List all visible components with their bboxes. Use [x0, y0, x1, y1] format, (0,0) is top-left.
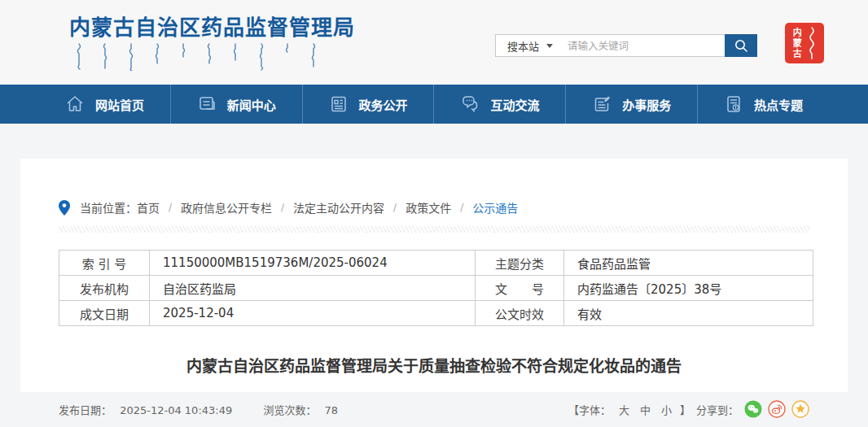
- share-star-icon[interactable]: [791, 400, 809, 418]
- publish-date: 2025-12-04 10:43:49: [120, 404, 232, 416]
- doc-info-label: 发布机构: [59, 276, 150, 301]
- doc-info-label: 公文时效: [476, 301, 564, 326]
- doc-info-label: 索 引 号: [59, 251, 150, 276]
- hatched-divider: [59, 226, 809, 233]
- table-row: 发布机构 自治区药监局 文 号 内药监通告〔2025〕38号: [59, 276, 813, 301]
- nav-label: 网站首页: [95, 96, 144, 113]
- breadcrumb-link-home[interactable]: 首页: [137, 199, 160, 216]
- doc-info-value: 食品药品监管: [564, 251, 813, 276]
- service-icon: [592, 94, 612, 114]
- hot-topic-icon: [724, 94, 743, 114]
- share-label: 分享到：: [696, 402, 739, 417]
- breadcrumb: 当前位置： 首页 / 政府信息公开专栏 / 法定主动公开内容 / 政策文件 / …: [59, 159, 809, 216]
- site-title: 内蒙古自治区药品监督管理局: [69, 11, 355, 41]
- doc-info-value: 内药监通告〔2025〕38号: [564, 276, 813, 301]
- site-logo[interactable]: 内蒙古自治区药品监督管理局: [69, 11, 355, 71]
- doc-info-label: 成文日期: [59, 301, 150, 326]
- doc-info-label: 文 号: [476, 276, 564, 301]
- seal-script: [806, 26, 818, 60]
- search-button[interactable]: [725, 34, 757, 57]
- news-icon: [197, 94, 217, 114]
- nav-item-gov-open[interactable]: 政务公开: [303, 85, 435, 124]
- views-count: 78: [325, 404, 339, 416]
- main-nav: 网站首页 新闻中心 政务公开 互动交流 办事服务: [0, 85, 868, 124]
- site-header: 内蒙古自治区药品监督管理局 搜本站: [0, 0, 868, 85]
- nav-item-services[interactable]: 办事服务: [566, 85, 698, 124]
- doc-info-value: 11150000MB1519736M/2025-06024: [150, 251, 476, 276]
- search-box: 搜本站: [495, 34, 725, 57]
- nav-item-news[interactable]: 新闻中心: [171, 85, 303, 124]
- publish-date-label: 发布日期：: [59, 404, 112, 416]
- seal-text: 内蒙古: [791, 28, 800, 59]
- article-meta: 发布日期： 2025-12-04 10:43:49 浏览次数： 78 【字体： …: [59, 400, 809, 418]
- table-row: 索 引 号 11150000MB1519736M/2025-06024 主题分类…: [59, 251, 813, 276]
- font-size-label-open: 【字体：: [568, 402, 611, 417]
- breadcrumb-link-notices[interactable]: 公示通告: [472, 199, 518, 216]
- breadcrumb-link-gov-info[interactable]: 政府信息公开专栏: [181, 199, 272, 216]
- site-search: 搜本站: [495, 34, 757, 57]
- gov-open-icon: [329, 94, 349, 114]
- nav-item-interact[interactable]: 互动交流: [434, 85, 566, 124]
- doc-info-table: 索 引 号 11150000MB1519736M/2025-06024 主题分类…: [59, 250, 813, 326]
- search-input[interactable]: [563, 40, 725, 52]
- font-size-medium-button[interactable]: 中: [640, 402, 651, 417]
- breadcrumb-link-statutory[interactable]: 法定主动公开内容: [293, 199, 384, 216]
- font-size-small-button[interactable]: 小: [661, 402, 672, 417]
- home-icon: [65, 94, 85, 114]
- search-scope-dropdown[interactable]: 搜本站: [496, 38, 563, 54]
- nav-label: 办事服务: [622, 96, 671, 113]
- nav-item-hot-topics[interactable]: 热点专题: [698, 85, 829, 124]
- font-size-large-button[interactable]: 大: [619, 402, 629, 417]
- table-row: 成文日期 2025-12-04 公文时效 有效: [59, 301, 813, 326]
- nav-label: 新闻中心: [227, 96, 276, 113]
- share-weibo-icon[interactable]: [768, 400, 786, 418]
- breadcrumb-link-policy-docs[interactable]: 政策文件: [406, 199, 451, 216]
- doc-info-value: 有效: [564, 301, 813, 326]
- official-seal: 内蒙古: [785, 23, 824, 63]
- chat-icon: [460, 94, 480, 114]
- article-title: 内蒙古自治区药品监督管理局关于质量抽查检验不符合规定化妆品的通告: [59, 354, 809, 376]
- doc-info-label: 主题分类: [476, 251, 564, 276]
- breadcrumb-prefix: 当前位置：: [80, 199, 137, 216]
- location-pin-icon: [59, 200, 70, 216]
- views-label: 浏览次数：: [263, 404, 316, 416]
- nav-label: 政务公开: [359, 96, 408, 113]
- nav-item-home[interactable]: 网站首页: [39, 85, 171, 124]
- doc-info-value: 2025-12-04: [150, 301, 476, 326]
- share-wechat-icon[interactable]: [744, 400, 762, 418]
- article-meta-right: 【字体： 大 中 小 】 分享到：: [568, 400, 809, 418]
- mongolian-script: [72, 43, 325, 71]
- font-size-label-close: 】: [680, 402, 690, 417]
- nav-label: 互动交流: [490, 96, 539, 113]
- content-card: 当前位置： 首页 / 政府信息公开专栏 / 法定主动公开内容 / 政策文件 / …: [20, 159, 848, 392]
- chevron-down-icon: [546, 44, 553, 48]
- search-icon: [734, 38, 748, 53]
- search-scope-label: 搜本站: [507, 38, 539, 54]
- doc-info-value: 自治区药监局: [150, 276, 476, 301]
- article-meta-left: 发布日期： 2025-12-04 10:43:49 浏览次数： 78: [59, 402, 343, 417]
- nav-label: 热点专题: [754, 96, 803, 113]
